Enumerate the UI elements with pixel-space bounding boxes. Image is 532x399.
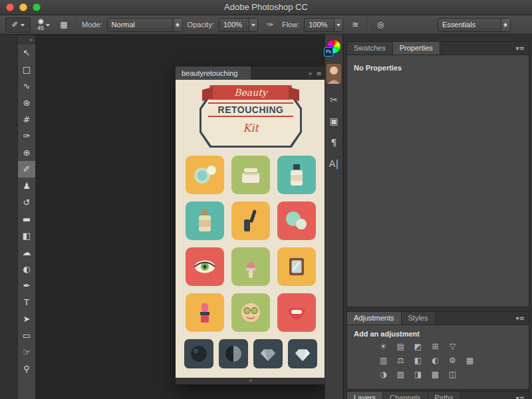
tools-collapse-icon[interactable]: » <box>18 35 35 45</box>
vibrance-adjustment-icon[interactable]: ▽ <box>447 341 458 352</box>
mode-select[interactable]: Normal <box>107 18 183 32</box>
panel-icon-strip: Ps✂▣¶A| <box>325 35 343 399</box>
layers-panel-group: LayersChannelsPaths▾≡ <box>346 391 529 399</box>
perfume-bottle-tile <box>186 201 224 240</box>
window-title: Adobe Photoshop CC <box>0 0 532 15</box>
mask-panel-icon[interactable]: ▣ <box>329 116 338 126</box>
zoom-tool[interactable]: ⚲ <box>18 360 35 377</box>
character-panel-icon[interactable]: A| <box>329 158 338 169</box>
sphere-dark-icon <box>188 342 210 365</box>
sphere-half-icon <box>222 342 245 365</box>
pressure-opacity-button[interactable]: ✑ <box>263 18 277 31</box>
opacity-select[interactable]: 100% <box>219 18 258 32</box>
clone-stamp-tool[interactable]: ♟ <box>18 178 35 194</box>
blur-tool[interactable]: ☁ <box>18 244 35 261</box>
lasso-tool[interactable]: ∿ <box>18 78 35 94</box>
foundation-bottle-icon <box>283 162 310 188</box>
pen-tool[interactable]: ✒ <box>18 277 35 294</box>
crop-tool[interactable]: # <box>18 111 35 128</box>
tab-swatches[interactable]: Swatches <box>347 42 393 55</box>
zoom-window-button[interactable] <box>33 3 41 11</box>
eraser-tool[interactable]: ▬ <box>18 211 35 227</box>
document-footer[interactable]: ≡ <box>176 378 326 384</box>
tab-channels[interactable]: Channels <box>383 392 428 399</box>
history-brush-tool[interactable]: ↺ <box>18 194 35 211</box>
adjustment-row: ☀▤◩⊞▽ <box>347 340 529 354</box>
brush-panel-toggle-button[interactable]: ▦ <box>57 18 71 31</box>
portrait-thumbnail[interactable] <box>327 64 341 84</box>
beauty-retouching-badge: Beauty RETOUCHING Kit <box>191 85 311 149</box>
scissors-panel-icon[interactable]: ✂ <box>330 94 338 105</box>
options-bar: ✐ 45 ▦ Mode: Normal Opacity: 100% ✑ Flow… <box>0 15 532 35</box>
document-tab[interactable]: beautyretouching <box>176 66 251 80</box>
panel-menu-icon[interactable]: ▾≡ <box>516 394 525 399</box>
path-selection-tool[interactable]: ➤ <box>18 311 35 327</box>
mascara-tile <box>231 201 270 240</box>
type-tool[interactable]: T <box>18 294 35 311</box>
portrait-image <box>327 64 341 84</box>
levels-adjustment-icon[interactable]: ▤ <box>395 341 406 352</box>
tab-adjustments[interactable]: Adjustments <box>347 312 402 325</box>
healing-brush-tool[interactable]: ⊕ <box>18 144 35 161</box>
gradient-map-adjustment-icon[interactable]: ▩ <box>430 369 441 380</box>
chevron-down-icon <box>334 19 342 31</box>
panel-menu-icon[interactable]: ▾≡ <box>516 315 525 322</box>
dodge-tool[interactable]: ◐ <box>18 261 35 277</box>
invert-adjustment-icon[interactable]: ◑ <box>378 369 389 380</box>
tool-preset-button[interactable]: ✐ <box>5 17 31 33</box>
marquee-tool[interactable]: □ <box>18 61 35 78</box>
channel-mixer-adjustment-icon[interactable]: ⚙ <box>447 355 458 366</box>
brush-preset-picker[interactable]: 45 <box>35 17 52 33</box>
hue-saturation-adjustment-icon[interactable]: ▥ <box>378 355 389 366</box>
photo-filter-adjustment-icon[interactable]: ◐ <box>430 355 441 366</box>
exposure-adjustment-icon[interactable]: ⊞ <box>430 341 441 352</box>
paragraph-panel-icon[interactable]: ¶ <box>331 137 337 148</box>
close-button[interactable] <box>6 3 14 11</box>
badge-subtitle: Kit <box>191 122 311 134</box>
gradient-tool[interactable]: ◧ <box>18 227 35 244</box>
posterize-adjustment-icon[interactable]: ▨ <box>395 369 406 380</box>
add-adjustment-heading: Add an adjustment <box>347 325 529 340</box>
poster-canvas[interactable]: Beauty RETOUCHING Kit <box>176 80 326 378</box>
tab-paths[interactable]: Paths <box>428 392 461 399</box>
brightness-contrast-adjustment-icon[interactable]: ☀ <box>378 341 389 352</box>
threshold-adjustment-icon[interactable]: ◨ <box>412 369 424 380</box>
divider <box>76 17 77 32</box>
brush-tool[interactable]: ✐ <box>18 161 35 178</box>
color-balance-adjustment-icon[interactable]: ⚖ <box>395 355 406 366</box>
minimize-button[interactable] <box>19 3 27 11</box>
document-menu-icon[interactable]: ≡ <box>317 70 322 77</box>
adjustments-panel-body: Add an adjustment ☀▤◩⊞▽▥⚖◧◐⚙▦◑▨◨▩◫ <box>346 325 529 390</box>
selective-color-adjustment-icon[interactable]: ◫ <box>447 369 458 380</box>
blush-brush-tile <box>231 247 270 286</box>
no-properties-text: No Properties <box>347 55 529 80</box>
panel-menu-icon[interactable]: ▾≡ <box>516 45 525 52</box>
stepper-icon <box>173 19 182 31</box>
airbrush-button[interactable]: ≋ <box>348 18 362 31</box>
tab-styles[interactable]: Styles <box>402 312 436 325</box>
move-tool[interactable]: ↖ <box>18 45 35 61</box>
tab-layers[interactable]: Layers <box>347 392 383 399</box>
hand-tool[interactable]: ☞ <box>18 344 35 360</box>
color-wheel-panel-icon[interactable]: Ps <box>327 40 340 53</box>
curves-adjustment-icon[interactable]: ◩ <box>412 341 424 352</box>
face-mask-icon <box>237 299 264 326</box>
black-white-adjustment-icon[interactable]: ◧ <box>412 355 424 366</box>
divider <box>367 17 368 32</box>
color-lookup-adjustment-icon[interactable]: ▦ <box>464 355 475 366</box>
pressure-size-button[interactable]: ◎ <box>373 18 388 31</box>
quick-selection-tool[interactable]: ⊛ <box>18 94 35 111</box>
cream-jar-tile <box>231 156 270 194</box>
eye-icon <box>192 253 218 280</box>
tab-properties[interactable]: Properties <box>393 42 440 55</box>
cream-jar-icon <box>237 162 264 188</box>
workspace-select[interactable]: Essentials <box>438 18 511 32</box>
powder-puff-tile <box>277 201 316 240</box>
chevron-down-icon <box>46 24 50 29</box>
shape-tool[interactable]: ▭ <box>18 327 35 344</box>
overflow-arrows-icon[interactable]: » <box>308 70 312 77</box>
lips-tile <box>277 293 316 332</box>
eyedropper-tool[interactable]: ✑ <box>18 128 35 144</box>
chevron-down-icon <box>249 19 257 31</box>
flow-select[interactable]: 100% <box>304 18 343 32</box>
